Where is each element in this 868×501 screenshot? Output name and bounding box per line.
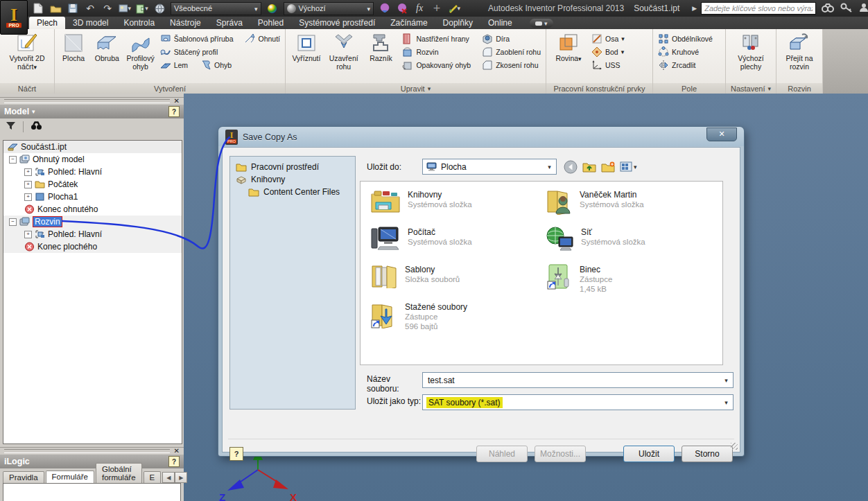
ilogic-help-icon[interactable]: ? (168, 456, 180, 467)
kruhove-button[interactable]: Kruhové (656, 46, 715, 58)
model-panel-help-icon[interactable]: ? (168, 106, 180, 117)
help-globe-button[interactable] (153, 2, 166, 15)
tab-kontrola[interactable]: Kontrola (116, 17, 162, 29)
vyriznuti-button[interactable]: Vyříznutí (288, 31, 324, 64)
find-binoculars-icon[interactable] (31, 121, 42, 132)
expand-icon[interactable]: + (24, 181, 32, 188)
file-item-vanecek-martin[interactable]: Vaněček Martin Systémová složka (545, 188, 720, 220)
ilogic-content[interactable] (3, 483, 181, 501)
ilogic-panel-header[interactable]: iLogic ? (0, 455, 184, 468)
ilogic-tab-truncated[interactable]: E (144, 471, 162, 483)
tab-plech[interactable]: Plech (29, 17, 65, 29)
undo-button[interactable]: ↶ (84, 2, 96, 15)
tab-doplnky[interactable]: Doplňky (435, 17, 480, 29)
ilogic-panel-grip[interactable]: ✕ (0, 447, 184, 455)
title-expand-arrow-icon[interactable]: ▶ (692, 5, 697, 12)
vychozi-plechy-button[interactable]: Výchozí plechy (731, 31, 770, 73)
tree-item-ohnuty-model[interactable]: − Ohnutý model (3, 153, 182, 166)
measure-tool-button[interactable] (448, 2, 460, 15)
appearance-combo[interactable]: Výchozí (284, 2, 374, 15)
ilogic-tab-formulare[interactable]: Formuláře (46, 471, 94, 484)
dialog-title-bar[interactable]: IPRO Save Copy As ✕ (218, 127, 744, 147)
filter-icon[interactable] (6, 121, 16, 132)
zrcadlit-button[interactable]: Zrcadlit (656, 59, 715, 71)
tree-item-pohled-hlavni-1[interactable]: + Pohled: Hlavní (3, 166, 182, 178)
uss-button[interactable]: USS (589, 59, 627, 71)
user-icon[interactable] (858, 3, 868, 15)
style-combo[interactable]: Všeobecné (171, 2, 261, 15)
raznik-button[interactable]: Razník (363, 31, 399, 64)
file-item-sablony[interactable]: Sablony Složka souborů (370, 263, 545, 295)
prejit-na-rozvin-button[interactable]: Přejít na rozvin (780, 31, 819, 73)
group-label-vytvoreni[interactable]: Vytvoření (55, 83, 285, 94)
save-button[interactable] (67, 2, 79, 15)
cancel-button[interactable]: Storno (682, 446, 733, 462)
ilogic-tab-pravidla[interactable]: Pravidla (3, 471, 44, 483)
filename-input[interactable] (426, 375, 721, 386)
tree-item-pohled-hlavni-2[interactable]: + Pohled: Hlavní (3, 228, 182, 240)
tab-nastroje[interactable]: Nástroje (162, 17, 209, 29)
tab-3d-model[interactable]: 3D model (65, 17, 116, 29)
file-item-stazene-soubory[interactable]: Stažené soubory Zástupce 596 bajtů (370, 301, 545, 333)
rovina-button[interactable]: Rovina (549, 31, 588, 64)
bod-button[interactable]: Bod (589, 46, 627, 58)
back-button[interactable] (564, 160, 578, 174)
collapse-icon[interactable]: − (9, 156, 17, 164)
group-label-nastaveni[interactable]: Nastavení (726, 83, 776, 94)
color-wheel-icon[interactable] (266, 2, 279, 15)
obruba-button[interactable]: Obruba (91, 31, 123, 64)
osa-button[interactable]: Osa (589, 33, 627, 45)
appearance-filter-button[interactable] (379, 2, 391, 15)
application-menu-button[interactable]: I PRO (0, 0, 28, 35)
zaobleni-rohu-button[interactable]: Zaoblení rohu (480, 46, 543, 58)
profilovy-ohyb-button[interactable]: Profilový ohyb (124, 31, 156, 73)
tab-scroll-left-icon[interactable]: ◀ (162, 472, 175, 483)
uzavreni-rohu-button[interactable]: Uzavření rohu (326, 31, 362, 73)
ribbon-display-toggle[interactable] (530, 19, 553, 28)
sablonova-priruba-button[interactable]: Šablonová příruba (158, 33, 236, 45)
nastrizeni-hrany-button[interactable]: Nastřižení hrany (400, 33, 473, 45)
filename-combo[interactable] (422, 372, 734, 388)
ilogic-panel-close-icon[interactable]: ✕ (174, 448, 180, 455)
iproperties-button[interactable] (119, 2, 131, 15)
tree-item-pocatek[interactable]: + Počátek (3, 178, 182, 191)
tab-sprava[interactable]: Správa (209, 17, 250, 29)
sign-in-key-icon[interactable] (840, 3, 852, 15)
place-knihovny[interactable]: Knihovny (230, 173, 355, 186)
redo-button[interactable]: ↷ (101, 2, 114, 15)
measure-plus-button[interactable]: + (431, 2, 443, 15)
options-button[interactable]: Možnosti... (535, 446, 586, 462)
dialog-resize-grip[interactable] (731, 443, 738, 450)
tab-pohled[interactable]: Pohled (250, 17, 291, 29)
model-panel-grip[interactable]: ✕ (0, 97, 184, 105)
model-panel-header[interactable]: Model ? (0, 105, 184, 118)
ohyb-button[interactable]: Ohyb (198, 59, 234, 71)
file-item-binec[interactable]: Binec Zástupce 1,45 kB (545, 263, 720, 295)
tab-zaciname[interactable]: Začínáme (383, 17, 435, 29)
create-2d-sketch-button[interactable]: Vytvořit 2D náčrt (8, 31, 46, 73)
ilogic-tab-globalni-formulare[interactable]: Globální formuláře (96, 463, 142, 483)
tab-online[interactable]: Online (480, 17, 520, 29)
model-panel-close-icon[interactable]: ✕ (174, 98, 180, 105)
dialog-help-button[interactable]: ? (229, 447, 243, 461)
file-item-pocitac[interactable]: Počítač Systémová složka (370, 226, 545, 258)
save-dialog-button[interactable]: Uložit (623, 446, 675, 462)
export-button[interactable] (136, 2, 148, 15)
open-file-button[interactable] (49, 2, 62, 15)
tree-item-konec-ohnuteho[interactable]: Konec ohnutého (3, 203, 182, 216)
staceny-profil-button[interactable]: Stáčený profil (158, 46, 282, 58)
parameters-fx-button[interactable]: fx (413, 2, 426, 15)
tree-item-rozvin[interactable]: − Rozvin (3, 216, 182, 228)
lem-button[interactable]: Lem (158, 59, 190, 71)
expand-icon[interactable]: + (24, 193, 32, 201)
group-label-pracovni-prvky[interactable]: Pracovní konstrukční prvky (546, 83, 652, 94)
place-content-center-files[interactable]: Content Center Files (230, 186, 355, 198)
file-list[interactable]: Knihovny Systémová složka Vaněček Martin… (360, 181, 723, 365)
tab-scroll-right-icon[interactable]: ▶ (175, 472, 187, 483)
up-one-level-button[interactable] (582, 161, 596, 173)
place-pracovni-prostredi[interactable]: Pracovní prostředí (230, 161, 355, 173)
group-label-nacrt[interactable]: Náčrt (0, 83, 54, 94)
tree-item-plocha1[interactable]: + Plocha1 (3, 191, 182, 203)
file-item-sit[interactable]: Síť Systémová složka (545, 226, 720, 258)
new-file-button[interactable] (32, 2, 44, 15)
